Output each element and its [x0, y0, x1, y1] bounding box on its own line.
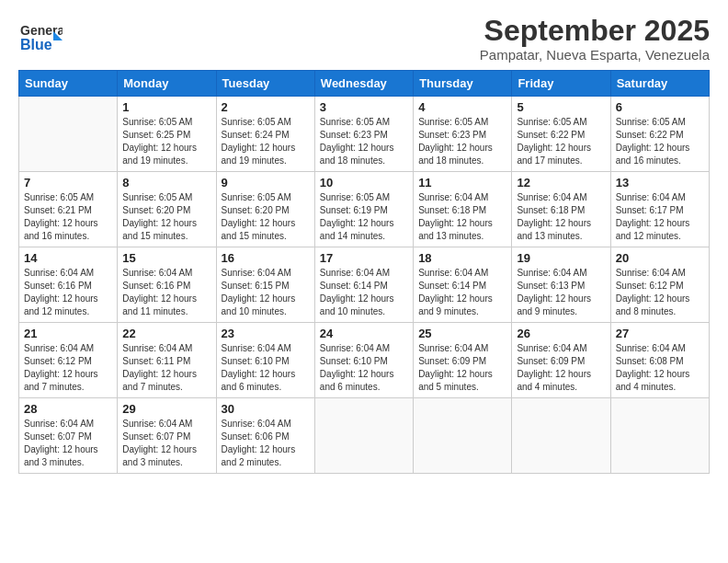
day-info: Sunrise: 6:04 AM Sunset: 6:09 PM Dayligh… — [517, 342, 605, 394]
calendar-day-cell: 12Sunrise: 6:04 AM Sunset: 6:18 PM Dayli… — [512, 172, 610, 247]
day-info: Sunrise: 6:04 AM Sunset: 6:17 PM Dayligh… — [616, 191, 704, 243]
calendar-day-cell: 16Sunrise: 6:04 AM Sunset: 6:15 PM Dayli… — [216, 247, 314, 323]
day-number: 9 — [222, 176, 310, 190]
calendar-day-cell: 28Sunrise: 6:04 AM Sunset: 6:07 PM Dayli… — [19, 398, 118, 474]
day-info: Sunrise: 6:05 AM Sunset: 6:19 PM Dayligh… — [320, 191, 408, 243]
day-info: Sunrise: 6:04 AM Sunset: 6:06 PM Dayligh… — [222, 418, 310, 469]
calendar-day-cell: 30Sunrise: 6:04 AM Sunset: 6:06 PM Dayli… — [216, 398, 314, 474]
day-number: 10 — [320, 176, 408, 190]
day-number: 11 — [418, 176, 506, 190]
day-number: 20 — [616, 251, 704, 265]
title-block: September 2025 Pampatar, Nueva Esparta, … — [480, 15, 710, 63]
day-number: 28 — [24, 402, 112, 416]
calendar-day-cell: 29Sunrise: 6:04 AM Sunset: 6:07 PM Dayli… — [118, 398, 216, 474]
calendar-day-cell: 10Sunrise: 6:05 AM Sunset: 6:19 PM Dayli… — [314, 172, 413, 247]
calendar-day-cell: 19Sunrise: 6:04 AM Sunset: 6:13 PM Dayli… — [512, 247, 610, 323]
calendar-week-row: 14Sunrise: 6:04 AM Sunset: 6:16 PM Dayli… — [19, 247, 710, 323]
day-info: Sunrise: 6:04 AM Sunset: 6:07 PM Dayligh… — [122, 418, 210, 469]
day-info: Sunrise: 6:04 AM Sunset: 6:13 PM Dayligh… — [517, 267, 605, 318]
calendar-day-cell: 27Sunrise: 6:04 AM Sunset: 6:08 PM Dayli… — [610, 323, 709, 398]
day-info: Sunrise: 6:04 AM Sunset: 6:12 PM Dayligh… — [616, 267, 704, 318]
day-info: Sunrise: 6:05 AM Sunset: 6:20 PM Dayligh… — [222, 191, 310, 243]
calendar-header-cell: Sunday — [19, 71, 118, 97]
day-number: 7 — [24, 176, 112, 190]
day-number: 26 — [517, 327, 605, 340]
day-number: 1 — [122, 100, 210, 114]
day-info: Sunrise: 6:05 AM Sunset: 6:21 PM Dayligh… — [24, 191, 112, 243]
calendar-day-cell: 2Sunrise: 6:05 AM Sunset: 6:24 PM Daylig… — [216, 97, 314, 172]
day-number: 5 — [517, 100, 605, 114]
calendar-day-cell — [512, 398, 610, 474]
page-title: September 2025 — [480, 15, 710, 47]
calendar-day-cell: 8Sunrise: 6:05 AM Sunset: 6:20 PM Daylig… — [118, 172, 216, 247]
day-number: 22 — [122, 327, 210, 340]
day-info: Sunrise: 6:04 AM Sunset: 6:16 PM Dayligh… — [122, 267, 210, 318]
day-number: 16 — [222, 251, 310, 265]
page-subtitle: Pampatar, Nueva Esparta, Venezuela — [480, 47, 710, 63]
day-info: Sunrise: 6:04 AM Sunset: 6:07 PM Dayligh… — [24, 418, 112, 469]
day-info: Sunrise: 6:05 AM Sunset: 6:24 PM Dayligh… — [222, 116, 310, 167]
day-number: 15 — [122, 251, 210, 265]
calendar-header-cell: Thursday — [414, 71, 512, 97]
calendar-body: 1Sunrise: 6:05 AM Sunset: 6:25 PM Daylig… — [19, 97, 710, 474]
calendar-day-cell: 25Sunrise: 6:04 AM Sunset: 6:09 PM Dayli… — [414, 323, 512, 398]
calendar-day-cell: 21Sunrise: 6:04 AM Sunset: 6:12 PM Dayli… — [19, 323, 118, 398]
day-info: Sunrise: 6:04 AM Sunset: 6:14 PM Dayligh… — [320, 267, 408, 318]
day-number: 8 — [122, 176, 210, 190]
day-number: 23 — [222, 327, 310, 340]
calendar-header-cell: Wednesday — [314, 71, 413, 97]
calendar-day-cell — [414, 398, 512, 474]
day-number: 25 — [418, 327, 506, 340]
calendar-day-cell: 24Sunrise: 6:04 AM Sunset: 6:10 PM Dayli… — [314, 323, 413, 398]
calendar-header-cell: Tuesday — [216, 71, 314, 97]
day-info: Sunrise: 6:04 AM Sunset: 6:18 PM Dayligh… — [418, 191, 506, 243]
calendar-day-cell: 17Sunrise: 6:04 AM Sunset: 6:14 PM Dayli… — [314, 247, 413, 323]
day-info: Sunrise: 6:05 AM Sunset: 6:22 PM Dayligh… — [616, 116, 704, 167]
day-number: 24 — [320, 327, 408, 340]
calendar-day-cell: 7Sunrise: 6:05 AM Sunset: 6:21 PM Daylig… — [19, 172, 118, 247]
day-info: Sunrise: 6:04 AM Sunset: 6:14 PM Dayligh… — [418, 267, 506, 318]
calendar-day-cell: 5Sunrise: 6:05 AM Sunset: 6:22 PM Daylig… — [512, 97, 610, 172]
logo: General Blue — [18, 15, 63, 63]
day-number: 17 — [320, 251, 408, 265]
day-info: Sunrise: 6:05 AM Sunset: 6:20 PM Dayligh… — [122, 191, 210, 243]
calendar-day-cell: 11Sunrise: 6:04 AM Sunset: 6:18 PM Dayli… — [414, 172, 512, 247]
day-number: 19 — [517, 251, 605, 265]
day-info: Sunrise: 6:04 AM Sunset: 6:09 PM Dayligh… — [418, 342, 506, 394]
calendar-week-row: 28Sunrise: 6:04 AM Sunset: 6:07 PM Dayli… — [19, 398, 710, 474]
day-number: 29 — [122, 402, 210, 416]
calendar-day-cell: 23Sunrise: 6:04 AM Sunset: 6:10 PM Dayli… — [216, 323, 314, 398]
day-number: 3 — [320, 100, 408, 114]
day-number: 6 — [616, 100, 704, 114]
day-info: Sunrise: 6:04 AM Sunset: 6:10 PM Dayligh… — [222, 342, 310, 394]
day-number: 18 — [418, 251, 506, 265]
day-info: Sunrise: 6:04 AM Sunset: 6:18 PM Dayligh… — [517, 191, 605, 243]
calendar-day-cell: 20Sunrise: 6:04 AM Sunset: 6:12 PM Dayli… — [610, 247, 709, 323]
calendar-header-row: SundayMondayTuesdayWednesdayThursdayFrid… — [19, 71, 710, 97]
calendar-day-cell: 15Sunrise: 6:04 AM Sunset: 6:16 PM Dayli… — [118, 247, 216, 323]
calendar-header-cell: Friday — [512, 71, 610, 97]
calendar-header: SundayMondayTuesdayWednesdayThursdayFrid… — [19, 71, 710, 97]
calendar-week-row: 1Sunrise: 6:05 AM Sunset: 6:25 PM Daylig… — [19, 97, 710, 172]
calendar-day-cell: 9Sunrise: 6:05 AM Sunset: 6:20 PM Daylig… — [216, 172, 314, 247]
day-number: 14 — [24, 251, 112, 265]
calendar-day-cell — [610, 398, 709, 474]
calendar-day-cell: 13Sunrise: 6:04 AM Sunset: 6:17 PM Dayli… — [610, 172, 709, 247]
calendar-day-cell — [314, 398, 413, 474]
calendar-day-cell: 3Sunrise: 6:05 AM Sunset: 6:23 PM Daylig… — [314, 97, 413, 172]
calendar-day-cell: 4Sunrise: 6:05 AM Sunset: 6:23 PM Daylig… — [414, 97, 512, 172]
calendar-day-cell: 26Sunrise: 6:04 AM Sunset: 6:09 PM Dayli… — [512, 323, 610, 398]
day-info: Sunrise: 6:04 AM Sunset: 6:11 PM Dayligh… — [122, 342, 210, 394]
svg-text:Blue: Blue — [20, 37, 52, 52]
calendar-day-cell: 22Sunrise: 6:04 AM Sunset: 6:11 PM Dayli… — [118, 323, 216, 398]
day-number: 4 — [418, 100, 506, 114]
day-number: 2 — [222, 100, 310, 114]
day-info: Sunrise: 6:04 AM Sunset: 6:12 PM Dayligh… — [24, 342, 112, 394]
calendar-day-cell: 1Sunrise: 6:05 AM Sunset: 6:25 PM Daylig… — [118, 97, 216, 172]
day-info: Sunrise: 6:05 AM Sunset: 6:22 PM Dayligh… — [517, 116, 605, 167]
day-number: 30 — [222, 402, 310, 416]
calendar-header-cell: Monday — [118, 71, 216, 97]
day-info: Sunrise: 6:05 AM Sunset: 6:25 PM Dayligh… — [122, 116, 210, 167]
calendar-header-cell: Saturday — [610, 71, 709, 97]
calendar-week-row: 7Sunrise: 6:05 AM Sunset: 6:21 PM Daylig… — [19, 172, 710, 247]
